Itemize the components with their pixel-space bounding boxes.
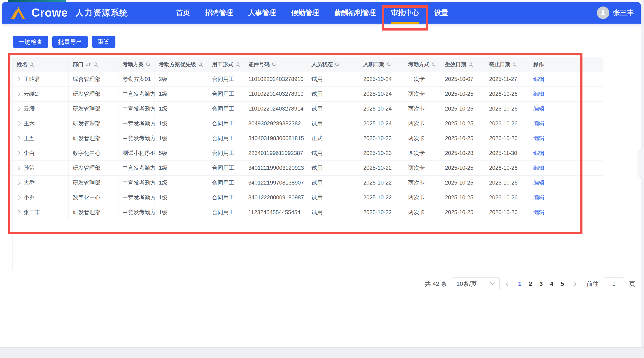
cell-name: 王五 — [12, 131, 68, 146]
nav-item-0[interactable]: 首页 — [175, 2, 191, 24]
side-drawer-handle[interactable] — [638, 149, 644, 178]
reset-button[interactable]: 重置 — [92, 36, 116, 48]
column-header-id_number[interactable]: 证件号码 — [244, 57, 307, 72]
nav-item-2[interactable]: 人事管理 — [247, 2, 277, 24]
page-number-1[interactable]: 1 — [514, 280, 525, 288]
cell-effective_date: 2025-10-25 — [441, 116, 485, 131]
expand-chevron-icon[interactable] — [16, 121, 20, 126]
cell-end_date: 2026-10-26 — [485, 101, 529, 116]
column-header-name[interactable]: 姓名 — [12, 57, 68, 72]
cell-dept: 研发管理部 — [68, 160, 118, 175]
search-icon[interactable] — [146, 62, 151, 67]
table-row: 小乔数字化中心中竞发考勤方案1级合同用工340122200009180987试用… — [12, 190, 603, 205]
search-icon[interactable] — [198, 62, 203, 67]
header-user[interactable]: 张三丰 — [597, 6, 634, 19]
cell-action: 编辑 — [529, 101, 603, 116]
search-icon[interactable] — [335, 62, 340, 67]
toolbar: 一键检查 批量导出 重置 — [13, 36, 116, 48]
cell-name: 孙策 — [12, 160, 68, 175]
column-label: 考勤方案 — [122, 61, 144, 68]
column-header-effective_date[interactable]: 生效日期 — [441, 57, 485, 72]
nav-item-1[interactable]: 招聘管理 — [204, 2, 234, 24]
cell-work_type: 合同用工 — [208, 205, 244, 220]
cell-method: 两次卡 — [404, 175, 441, 190]
sort-icon[interactable] — [85, 62, 91, 67]
column-header-end_date[interactable]: 截止日期 — [485, 57, 529, 72]
search-icon[interactable] — [235, 62, 240, 67]
cell-status: 试用 — [307, 86, 359, 101]
cell-priority: 1级 — [154, 160, 208, 175]
cell-work_type: 合同用工 — [208, 160, 244, 175]
column-header-plan[interactable]: 考勤方案 — [118, 57, 154, 72]
search-icon[interactable] — [512, 62, 518, 67]
search-icon[interactable] — [386, 62, 392, 67]
cell-work_type: 合同用工 — [208, 101, 244, 116]
cell-status: 试用 — [307, 146, 359, 160]
expand-chevron-icon[interactable] — [16, 210, 20, 214]
expand-chevron-icon[interactable] — [16, 195, 20, 200]
nav-item-6[interactable]: 设置 — [433, 2, 450, 24]
edit-link[interactable]: 编辑 — [534, 150, 544, 156]
column-header-dept[interactable]: 部门 — [68, 57, 118, 72]
edit-link[interactable]: 编辑 — [534, 120, 544, 126]
cell-id_number: 110102202403278919 — [244, 86, 307, 101]
expand-chevron-icon[interactable] — [16, 106, 20, 111]
batch-export-button[interactable]: 批量导出 — [52, 36, 88, 48]
search-icon[interactable] — [93, 62, 98, 67]
nav-item-4[interactable]: 薪酬福利管理 — [333, 2, 377, 24]
page-number-4[interactable]: 4 — [546, 280, 557, 288]
expand-chevron-icon[interactable] — [16, 77, 20, 82]
search-icon[interactable] — [468, 62, 473, 67]
column-label: 入职日期 — [364, 61, 385, 68]
cell-action: 编辑 — [529, 190, 603, 205]
edit-link[interactable]: 编辑 — [534, 180, 544, 186]
cell-name: 云缨 — [12, 101, 68, 116]
expand-chevron-icon[interactable] — [16, 166, 20, 170]
page-number-3[interactable]: 3 — [536, 280, 546, 288]
check-all-button[interactable]: 一键检查 — [13, 36, 48, 48]
goto-page-input[interactable] — [604, 277, 624, 290]
cell-status: 试用 — [307, 116, 359, 131]
cell-work_type: 合同用工 — [208, 131, 244, 146]
cell-dept: 研发管理部 — [68, 116, 118, 131]
cell-id_number: 340403198306081815 — [244, 131, 307, 146]
table-row: 大乔研发管理部中竞发考勤方案1级合同用工340122199708138907试用… — [12, 175, 603, 190]
avatar[interactable] — [597, 6, 609, 19]
search-icon[interactable] — [29, 62, 34, 67]
edit-link[interactable]: 编辑 — [534, 106, 544, 112]
edit-link[interactable]: 编辑 — [534, 194, 544, 200]
next-page-button[interactable]: › — [573, 277, 578, 290]
column-header-work_type[interactable]: 用工形式 — [208, 57, 244, 72]
edit-link[interactable]: 编辑 — [534, 76, 544, 82]
nav-item-3[interactable]: 假勤管理 — [290, 2, 320, 24]
cell-effective_date: 2025-10-25 — [441, 160, 485, 175]
expand-chevron-icon[interactable] — [16, 92, 20, 96]
nav-item-5[interactable]: 审批中心 — [390, 2, 420, 24]
expand-chevron-icon[interactable] — [16, 151, 20, 156]
expand-chevron-icon[interactable] — [16, 180, 20, 185]
cell-hire_date: 2025-10-24 — [359, 116, 404, 131]
edit-link[interactable]: 编辑 — [534, 209, 544, 215]
column-header-priority[interactable]: 考勤方案优先级 — [154, 57, 208, 72]
column-label: 考勤方式 — [408, 61, 430, 68]
search-icon[interactable] — [272, 62, 277, 67]
cell-dept: 研发管理部 — [68, 86, 118, 101]
employee-name: 大乔 — [24, 179, 35, 186]
edit-link[interactable]: 编辑 — [534, 91, 544, 97]
page-number-5[interactable]: 5 — [557, 280, 568, 288]
column-header-method[interactable]: 考勤方式 — [404, 57, 441, 72]
edit-link[interactable]: 编辑 — [534, 165, 544, 171]
edit-link[interactable]: 编辑 — [534, 135, 544, 141]
cell-action: 编辑 — [529, 175, 603, 190]
page-size-select[interactable]: 10条/页 — [452, 277, 500, 290]
cell-dept: 数字化中心 — [68, 190, 118, 205]
prev-page-button[interactable]: ‹ — [505, 277, 509, 290]
search-icon[interactable] — [432, 62, 436, 67]
column-header-status[interactable]: 人员状态 — [307, 57, 359, 72]
column-header-hire_date[interactable]: 入职日期 — [359, 57, 404, 72]
page-number-2[interactable]: 2 — [525, 280, 536, 288]
pagination: 共 42 条 10条/页 ‹ 12345 › 前往 页 — [425, 277, 635, 291]
cell-priority: 1级 — [154, 116, 208, 131]
expand-chevron-icon[interactable] — [16, 136, 20, 140]
employee-name: 王昭君 — [24, 76, 40, 83]
